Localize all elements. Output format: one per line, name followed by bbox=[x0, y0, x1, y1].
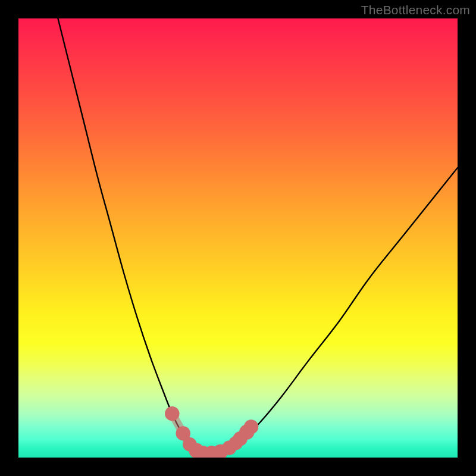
curve-markers bbox=[165, 406, 258, 458]
curve-layer bbox=[18, 18, 458, 458]
curve-marker bbox=[165, 406, 179, 421]
watermark-text: TheBottleneck.com bbox=[361, 3, 470, 17]
bottleneck-curve bbox=[58, 18, 458, 453]
curve-marker bbox=[244, 419, 258, 434]
chart-frame: TheBottleneck.com bbox=[0, 0, 476, 476]
plot-area bbox=[18, 18, 458, 458]
